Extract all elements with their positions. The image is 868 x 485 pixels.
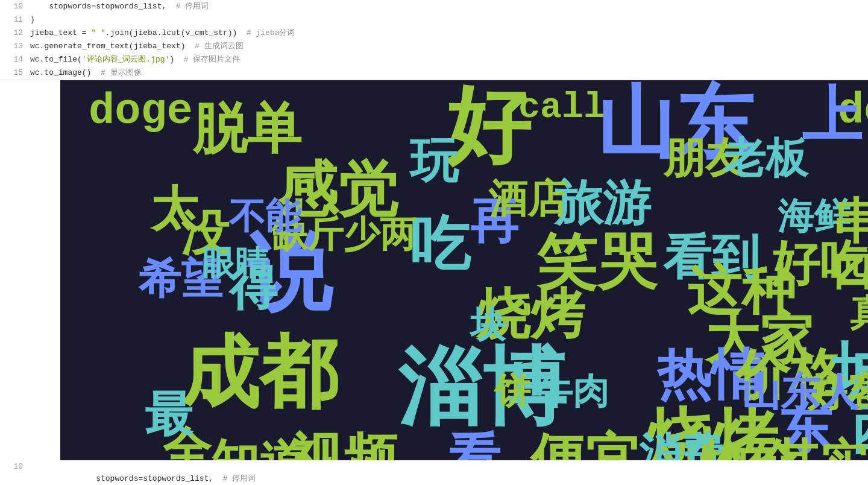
- output-label: [0, 80, 60, 85]
- wordcloud-word: 视频: [289, 436, 398, 460]
- wordcloud-word: 其实: [772, 442, 868, 460]
- wordcloud-word: doge: [89, 90, 193, 133]
- notebook-container: 10 stopwords=stopwords_list, # 停用词 11 ) …: [0, 460, 868, 485]
- line-number-13: 13: [0, 42, 30, 51]
- wordcloud-word: 眼睛: [202, 249, 268, 282]
- line-content-15: wc.to_image() # 显示图像: [30, 67, 868, 79]
- code-line-10: 10 stopwords=stopwords_list, # 停用词: [0, 0, 868, 13]
- wordcloud-word: 看: [446, 436, 500, 460]
- wordcloud-word: 真诚: [850, 297, 868, 334]
- line-content-11: ): [30, 14, 868, 26]
- wordcloud-word: 牛肉: [536, 376, 609, 412]
- code-lines: 10 stopwords=stopwords_list, # 停用词 11 ) …: [0, 0, 868, 80]
- code-line-10: 10 stopwords=stopwords_list, # 停用词: [0, 460, 868, 485]
- line-number-12: 12: [0, 28, 30, 37]
- code-line-13: 13 wc.generate_from_text(jieba_text) # 生…: [0, 40, 868, 53]
- line-number-10: 10: [0, 462, 30, 471]
- wordcloud-word: 吃: [410, 219, 470, 279]
- wordcloud-word: 好: [446, 90, 530, 174]
- code-line-12: 12 jieba_text = " ".join(jieba.lcut(v_cm…: [0, 27, 868, 40]
- wordcloud-word: 块: [470, 309, 506, 346]
- wordcloud-word: 串: [832, 201, 868, 249]
- line-number-15: 15: [0, 68, 30, 77]
- wordcloud-word: 酒店: [488, 183, 567, 222]
- wordcloud-word: 饼: [494, 376, 530, 412]
- code-section: 10 stopwords=stopwords_list, # 停用词 11 ) …: [0, 0, 868, 80]
- line-number-14: 14: [0, 55, 30, 64]
- wordcloud-word: 成都: [181, 340, 338, 418]
- wordcloud-word: 太: [151, 189, 199, 237]
- code-lines: 10 stopwords=stopwords_list, # 停用词 11 ) …: [0, 460, 868, 485]
- code-line-14: 14 wc.to_file('评论内容_词云图.jpg') # 保存图片文件: [0, 53, 868, 66]
- wordcloud-word: call: [518, 89, 605, 125]
- wordcloud-word: 玩: [410, 141, 458, 189]
- output-section: dogedogecall好山东上脱单感觉玩说没得吃再笑哭看到这种好吃吃希望大家烧…: [0, 80, 868, 460]
- wordcloud-word: 旅游: [555, 183, 651, 231]
- line-content-13: wc.generate_from_text(jieba_text) # 生成词云…: [30, 40, 868, 52]
- wordcloud-inner: dogedogecall好山东上脱单感觉玩说没得吃再笑哭看到这种好吃吃希望大家烧…: [60, 80, 868, 460]
- wordcloud-container: dogedogecall好山东上脱单感觉玩说没得吃再笑哭看到这种好吃吃希望大家烧…: [60, 80, 868, 460]
- line-content-10: stopwords=stopwords_list, # 停用词: [30, 461, 868, 485]
- wordcloud-word: 上: [802, 90, 862, 150]
- line-content-12: jieba_text = " ".join(jieba.lcut(v_cmt_s…: [30, 27, 868, 39]
- wordcloud-word: 脱单: [193, 106, 301, 160]
- wordcloud-word: 老板: [723, 141, 808, 183]
- line-number-11: 11: [0, 15, 30, 24]
- notebook-container: 10 stopwords=stopwords_list, # 停用词 11 ) …: [0, 0, 868, 460]
- wordcloud-word: 四川: [832, 255, 868, 294]
- wordcloud-word: 便宜: [530, 436, 639, 460]
- line-content-10: stopwords=stopwords_list, # 停用词: [30, 1, 868, 13]
- wordcloud-word: 山东人: [741, 376, 859, 415]
- code-section: 10 stopwords=stopwords_list, # 停用词 11 ) …: [0, 460, 868, 485]
- wordcloud-word: 最: [145, 394, 193, 442]
- line-number-10: 10: [0, 2, 30, 11]
- code-line-15: 15 wc.to_image() # 显示图像: [0, 66, 868, 80]
- line-content-14: wc.to_file('评论内容_词云图.jpg') # 保存图片文件: [30, 54, 868, 66]
- code-line-11: 11 ): [0, 13, 868, 27]
- wordcloud-word: 不能: [229, 201, 301, 237]
